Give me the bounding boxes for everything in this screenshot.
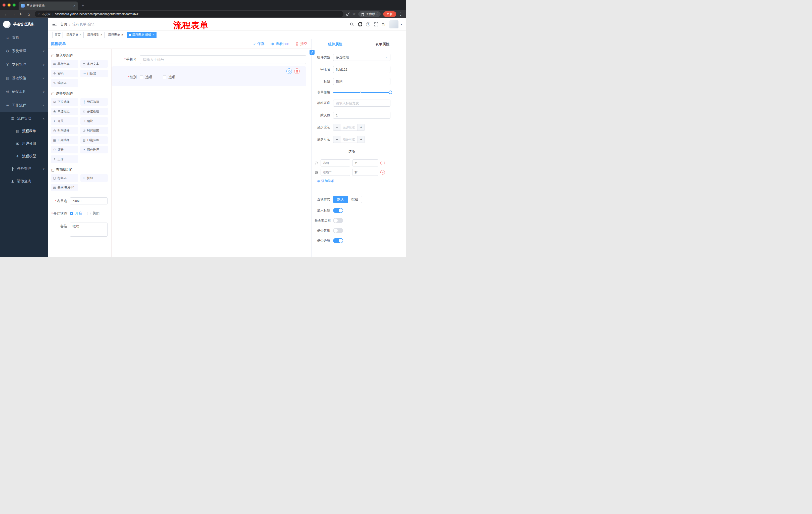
palette-item-slider[interactable]: ⊸滑块 [80,117,108,125]
show-label-toggle[interactable] [333,208,343,213]
sidebar-item-workflow[interactable]: ≋ 工作流程 ∧ [0,99,48,112]
label-width-input[interactable] [333,100,390,107]
sidebar-item-infrastructure[interactable]: ▤ 基础设施 ∨ [0,72,48,85]
address-bar[interactable]: ⚠ 不安全 | dashboard.yudao.iocoder.cn/bpm/m… [35,11,343,17]
close-icon[interactable]: × [121,33,123,36]
max-select-value[interactable]: 最多可选 [341,136,357,142]
reload-button[interactable]: ↻ [18,12,25,16]
palette-item-counter[interactable]: 123计数器 [80,70,108,77]
password-key-icon[interactable] [346,12,350,16]
phone-field-row[interactable]: *手机号 [112,55,306,64]
home-button[interactable]: ⌂ [25,12,32,16]
font-size-icon[interactable]: TT [382,22,386,26]
sidebar-item-system[interactable]: ⚙ 系统管理 ∨ [0,44,48,58]
tag-home[interactable]: 首页 [52,32,63,38]
palette-item-table[interactable]: ▩表格[开发中] [51,184,78,191]
title-input[interactable] [333,78,390,85]
sidebar-item-process-management[interactable]: ≣ 流程管理 ∧ [0,112,48,125]
avatar[interactable] [389,20,399,28]
increase-button[interactable]: + [357,136,365,142]
back-button[interactable]: ← [2,12,9,16]
add-option-button[interactable]: ⊕ 添加选项 [317,179,390,183]
close-icon[interactable]: × [100,33,102,36]
fullscreen-icon[interactable] [374,22,378,26]
style-default-button[interactable]: 默认 [333,196,348,203]
clear-button[interactable]: 清空 [295,42,307,46]
view-json-button[interactable]: 查看json [270,42,289,46]
update-button[interactable]: 更新 [383,11,396,17]
sidebar-item-devtools[interactable]: ⚒ 研发工具 ∨ [0,85,48,99]
palette-item-date-picker[interactable]: ▦日期选择 [51,136,78,144]
palette-item-row-container[interactable]: ▢行容器 [51,174,78,182]
new-tab-button[interactable]: + [79,2,86,9]
palette-item-button[interactable]: ⊞按钮 [80,174,108,182]
field-name-input[interactable] [333,66,390,73]
palette-item-upload[interactable]: ↥上传 [51,155,78,163]
form-name-input[interactable] [70,197,108,205]
sidebar-item-task-management[interactable]: ┣ 任务管理 ∨ [0,162,48,175]
save-button[interactable]: ✓ 保存 [253,42,265,46]
help-icon[interactable]: ? [366,22,370,26]
drag-handle-icon[interactable] [315,161,319,165]
option-1-value-input[interactable] [352,159,378,166]
palette-item-single-line-text[interactable]: ▭单行文本 [51,60,78,67]
github-icon[interactable] [358,22,362,27]
zoom-window-button[interactable] [12,3,16,6]
border-toggle[interactable] [333,218,343,223]
hamburger-icon[interactable] [52,22,57,26]
default-value-input[interactable] [333,112,390,119]
sidebar-item-home[interactable]: ⌂ 首页 [0,31,48,44]
min-select-value[interactable]: 至少应选 [341,124,357,131]
copy-field-button[interactable] [286,69,292,74]
breadcrumb-home[interactable]: 首页 [60,22,67,27]
phone-input[interactable] [140,55,306,64]
remove-option-button[interactable]: − [380,170,385,174]
palette-item-select[interactable]: ◎下拉选择 [51,98,78,106]
radio-open[interactable]: 开启 [70,211,82,216]
palette-item-rate[interactable]: ☆评分 [51,146,78,154]
browser-tab[interactable]: 芋道管理系统 × [19,1,78,10]
increase-button[interactable]: + [357,124,365,131]
option-2-label-input[interactable] [321,169,350,176]
drag-handle-icon[interactable] [315,170,319,174]
gender-field-selected[interactable]: *性别 选项一 选项二 [112,66,306,86]
caret-down-icon[interactable]: ▾ [401,23,402,26]
gender-option-2-checkbox[interactable]: 选项二 [163,75,179,79]
close-icon[interactable]: × [152,33,154,36]
palette-item-checkbox-group[interactable]: ☑多选框组 [80,108,108,115]
browser-menu-icon[interactable]: ⋮ [399,12,403,16]
close-icon[interactable]: × [80,33,81,36]
required-toggle[interactable] [333,238,343,243]
radio-closed[interactable]: 关闭 [87,211,99,216]
palette-item-switch[interactable]: ◐开关 [51,117,78,125]
component-type-select[interactable]: 多选框组 ∨ [333,54,390,61]
decrease-button[interactable]: − [334,136,341,142]
form-remark-textarea[interactable]: 嘿嘿 [70,222,108,237]
palette-item-time-range[interactable]: ◶时间范围 [80,127,108,134]
bookmark-star-icon[interactable]: ☆ [352,12,356,16]
link-badge[interactable] [310,50,315,55]
option-2-value-input[interactable] [352,169,378,176]
slider-handle[interactable] [389,90,392,94]
palette-item-date-range[interactable]: ▥日期范围 [80,136,108,144]
sidebar-item-payment[interactable]: ¥ 支付管理 ∨ [0,58,48,72]
delete-field-button[interactable] [294,69,300,74]
palette-item-color-picker[interactable]: ◑颜色选择 [80,146,108,154]
palette-item-radio-group[interactable]: ◉单选框组 [51,108,78,115]
minimize-window-button[interactable] [7,3,10,6]
decrease-button[interactable]: − [334,124,341,131]
search-icon[interactable] [350,22,354,26]
tab-form-props[interactable]: 表单属性 [359,39,406,49]
sidebar-item-leave-query[interactable]: ♟ 请假查询 [0,175,48,188]
tab-close-icon[interactable]: × [74,4,76,8]
sidebar-item-process-model[interactable]: ✈ 流程模型 [0,150,48,162]
close-window-button[interactable] [2,3,5,6]
remove-option-button[interactable]: − [380,161,385,165]
grid-slider[interactable] [333,92,390,93]
sidebar-item-process-form[interactable]: ▤ 流程表单 [0,125,48,137]
sidebar-item-user-group[interactable]: ✉ 用户分组 [0,137,48,150]
tag-process-form[interactable]: 流程表单 × [106,32,125,38]
sidebar-logo[interactable]: 芋道管理系统 [0,18,48,31]
gender-option-1-checkbox[interactable]: 选项一 [140,75,156,79]
style-button-button[interactable]: 按钮 [348,196,362,203]
